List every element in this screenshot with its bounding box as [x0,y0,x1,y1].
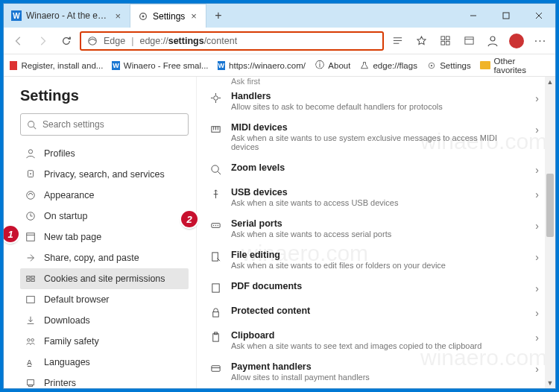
permission-row-file-editing[interactable]: File editingAsk when a site wants to edi… [206,244,542,276]
svg-point-1 [142,15,145,17]
svg-point-33 [31,339,34,342]
sidebar-item-cookies-and-site-permissions[interactable]: Cookies and site permissions [20,268,189,289]
sidebar-item-languages[interactable]: A̲Languages [20,352,189,373]
chevron-right-icon: › [535,122,539,136]
favorite-button[interactable] [411,31,432,51]
permission-row-midi-devices[interactable]: MIDI devicesAsk when a site wants to use… [206,117,542,157]
nav-icon [25,148,37,159]
settings-nav: ProfilesPrivacy, search, and servicesApp… [20,143,189,388]
search-icon [27,120,37,130]
sidebar-item-privacy-search-and-services[interactable]: Privacy, search, and services [20,164,189,185]
annotation-marker-2: 2 [181,211,198,227]
svg-line-47 [218,171,221,174]
permission-icon [209,218,222,231]
permission-title: Zoom levels [231,162,526,173]
scroll-down-icon[interactable]: ▼ [545,378,555,388]
bookmark-item[interactable]: Whttps://winaero.com/ [218,61,306,70]
search-input[interactable] [42,119,182,130]
sidebar-item-printers[interactable]: Printers [20,373,189,388]
sidebar-item-downloads[interactable]: Downloads [20,310,189,331]
profile-button[interactable] [482,31,503,51]
close-button[interactable] [522,4,555,28]
permission-icon [209,250,222,262]
permission-row-pdf-documents[interactable]: PDF documents› [206,276,542,300]
edge-icon [87,36,98,46]
address-scheme: Edge [104,36,125,46]
permission-row-media-autoplay[interactable]: Media autoplay› [206,388,542,388]
svg-rect-3 [503,13,509,19]
permission-row-zoom-levels[interactable]: Zoom levels› [206,157,542,182]
extension-button[interactable] [506,31,527,51]
svg-rect-35 [28,380,34,385]
minimize-button[interactable] [457,4,490,28]
sidebar-item-default-browser[interactable]: Default browser [20,289,189,310]
permission-icon [209,122,222,135]
gear-icon [426,60,436,71]
sidebar-item-new-tab-page[interactable]: New tab page [20,227,189,247]
bookmark-item[interactable]: ⓘAbout [315,60,350,71]
sidebar-item-family-safety[interactable]: Family safety [20,331,189,352]
other-favorites[interactable]: Other favorites [480,57,549,75]
sidebar-item-on-startup[interactable]: On startup [20,206,189,227]
address-bar[interactable]: Edge | edge://settings/content [80,31,384,51]
svg-line-17 [34,126,36,128]
svg-rect-28 [31,276,34,279]
sidebar-item-share-copy-and-paste[interactable]: Share, copy, and paste [20,247,189,268]
bookmark-item[interactable]: Register, install and... [10,61,103,70]
bookmark-item[interactable]: edge://flags [359,60,417,71]
tab-winaero[interactable]: W Winaero - At the edge of tweaking × [4,4,130,28]
svg-rect-36 [28,385,32,387]
favorites-list-button[interactable] [435,31,455,51]
permission-row-protected-content[interactable]: Protected content› [206,300,542,325]
nav-icon [25,274,37,284]
refresh-button[interactable] [56,31,77,51]
svg-point-32 [28,339,31,342]
permission-row-handlers[interactable]: HandlersAllow sites to ask to become def… [206,86,542,117]
chevron-right-icon: › [535,250,539,263]
svg-point-50 [215,225,215,226]
sidebar-item-profiles[interactable]: Profiles [20,143,189,164]
permission-row-serial-ports[interactable]: Serial portsAsk when a site wants to acc… [206,213,542,244]
permission-title: Serial ports [231,218,526,229]
scroll-thumb[interactable] [546,174,554,237]
bookmark-item[interactable]: Settings [426,60,471,71]
collections-button[interactable] [458,31,479,51]
svg-point-13 [490,37,495,41]
permissions-list: Ask first HandlersAllow sites to ask to … [197,77,555,388]
window-controls [457,4,555,28]
menu-button[interactable]: ··· [530,31,551,51]
svg-point-18 [28,150,32,154]
sidebar-item-appearance[interactable]: Appearance [20,185,189,206]
scroll-up-icon[interactable]: ▲ [545,77,555,87]
browser-window: W Winaero - At the edge of tweaking × Se… [3,3,556,389]
nav-icon: A̲ [25,357,37,367]
close-icon[interactable]: × [189,10,198,22]
tab-label: Settings [153,11,185,22]
search-settings[interactable] [20,113,189,136]
forward-button[interactable] [32,31,53,51]
close-icon[interactable]: × [113,10,122,22]
svg-point-21 [27,192,35,200]
bookmarks-bar: Register, install and... WWinaero - Free… [4,54,555,77]
tab-settings[interactable]: Settings × [130,4,206,28]
new-tab-button[interactable]: + [206,4,230,28]
nav-icon [25,294,37,305]
permission-row-clipboard[interactable]: ClipboardAsk when a site wants to see te… [206,325,542,356]
bookmark-icon: W [218,61,226,70]
svg-rect-8 [446,37,449,40]
scrollbar[interactable]: ▲ ▼ [545,77,555,388]
permission-row-payment-handlers[interactable]: Payment handlersAllow sites to install p… [206,356,542,388]
svg-rect-25 [27,233,35,241]
bookmark-item[interactable]: WWinaero - Free smal... [112,61,208,70]
back-button[interactable] [8,31,29,51]
maximize-button[interactable] [490,4,522,28]
nav-label: Privacy, search, and services [44,169,165,180]
permission-desc: Ask when a site wants to access serial p… [231,230,526,238]
nav-label: Family safety [44,336,99,347]
svg-rect-55 [212,334,218,341]
permission-row-usb-devices[interactable]: USB devicesAsk when a site wants to acce… [206,182,542,213]
nav-label: New tab page [44,232,101,242]
permission-icon [209,361,222,374]
address-url: edge://settings/content [139,36,237,46]
read-aloud-button[interactable] [387,31,408,51]
